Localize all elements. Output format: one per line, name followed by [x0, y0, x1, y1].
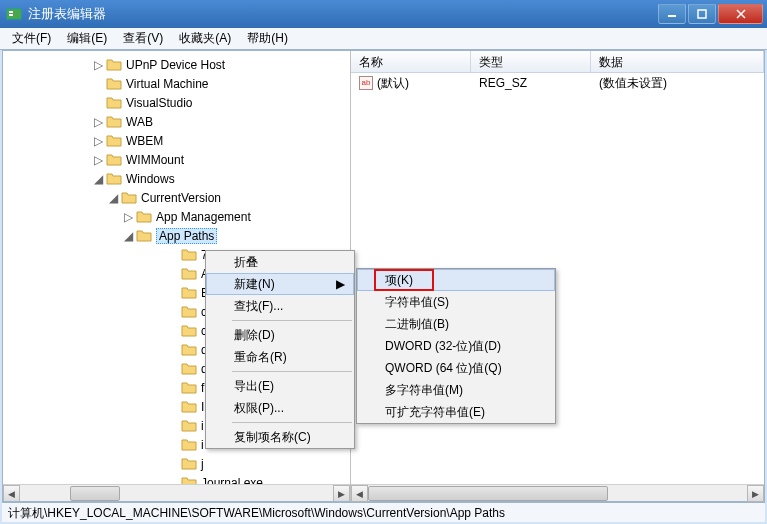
folder-icon	[181, 305, 197, 319]
tree-label: i	[201, 419, 204, 433]
folder-icon	[181, 400, 197, 414]
tree-node[interactable]: ◢Windows	[3, 169, 350, 188]
status-bar: 计算机\HKEY_LOCAL_MACHINE\SOFTWARE\Microsof…	[2, 502, 765, 522]
folder-icon	[106, 58, 122, 72]
ctx-rename[interactable]: 重命名(R)	[206, 346, 354, 368]
folder-icon	[181, 343, 197, 357]
menu-view[interactable]: 查看(V)	[115, 28, 171, 49]
list-header: 名称 类型 数据	[351, 51, 764, 73]
tree-node[interactable]: ▷App Management	[3, 207, 350, 226]
sub-key[interactable]: 项(K)	[357, 269, 555, 291]
sub-string[interactable]: 字符串值(S)	[357, 291, 555, 313]
ctx-copykey[interactable]: 复制项名称(C)	[206, 426, 354, 448]
tree-label: CurrentVersion	[141, 191, 221, 205]
ctx-delete[interactable]: 删除(D)	[206, 324, 354, 346]
toggle-icon[interactable]: ◢	[91, 172, 106, 186]
sub-dword[interactable]: DWORD (32-位)值(D)	[357, 335, 555, 357]
tree-label: f	[201, 381, 204, 395]
ctx-perm[interactable]: 权限(P)...	[206, 397, 354, 419]
folder-icon	[106, 115, 122, 129]
svg-rect-1	[9, 11, 13, 13]
folder-icon	[181, 267, 197, 281]
folder-icon	[136, 210, 152, 224]
tree-label: App Paths	[156, 228, 217, 244]
list-row[interactable]: ab (默认) REG_SZ (数值未设置)	[351, 73, 764, 93]
sub-qword[interactable]: QWORD (64 位)值(Q)	[357, 357, 555, 379]
menu-edit[interactable]: 编辑(E)	[59, 28, 115, 49]
menu-file[interactable]: 文件(F)	[4, 28, 59, 49]
minimize-button[interactable]	[658, 4, 686, 24]
folder-icon	[106, 134, 122, 148]
tree-hscroll[interactable]: ◀ ▶	[3, 484, 350, 501]
menu-favorites[interactable]: 收藏夹(A)	[171, 28, 239, 49]
scroll-left-button[interactable]: ◀	[3, 485, 20, 501]
folder-icon	[106, 153, 122, 167]
separator	[232, 371, 352, 372]
tree-label: VisualStudio	[126, 96, 193, 110]
scroll-right-button[interactable]: ▶	[747, 485, 764, 502]
tree-label: i	[201, 438, 204, 452]
separator	[232, 320, 352, 321]
separator	[232, 422, 352, 423]
folder-icon	[181, 286, 197, 300]
list-hscroll[interactable]: ◀ ▶	[351, 484, 764, 501]
folder-icon	[181, 419, 197, 433]
folder-icon	[181, 248, 197, 262]
tree-label: App Management	[156, 210, 251, 224]
title-bar: 注册表编辑器	[0, 0, 767, 28]
toggle-icon[interactable]: ◢	[106, 191, 121, 205]
row-name: (默认)	[377, 75, 409, 92]
svg-rect-2	[9, 14, 13, 16]
tree-node[interactable]: ▷WBEM	[3, 131, 350, 150]
toggle-icon[interactable]: ▷	[91, 134, 106, 148]
sub-expandstring[interactable]: 可扩充字符串值(E)	[357, 401, 555, 423]
tree-node[interactable]: ▷UPnP Device Host	[3, 55, 350, 74]
folder-icon	[106, 96, 122, 110]
app-icon	[6, 6, 22, 22]
toggle-icon[interactable]: ▷	[91, 58, 106, 72]
tree-node[interactable]: ▷WAB	[3, 112, 350, 131]
row-type: REG_SZ	[479, 76, 527, 90]
toggle-icon[interactable]: ▷	[91, 115, 106, 129]
scroll-right-button[interactable]: ▶	[333, 485, 350, 501]
toggle-icon[interactable]: ◢	[121, 229, 136, 243]
status-path: 计算机\HKEY_LOCAL_MACHINE\SOFTWARE\Microsof…	[8, 506, 505, 520]
ctx-export[interactable]: 导出(E)	[206, 375, 354, 397]
tree-label: j	[201, 457, 204, 471]
window-title: 注册表编辑器	[28, 5, 656, 23]
sub-binary[interactable]: 二进制值(B)	[357, 313, 555, 335]
folder-icon	[106, 172, 122, 186]
tree-node[interactable]: Virtual Machine	[3, 74, 350, 93]
tree-node[interactable]: ◢CurrentVersion	[3, 188, 350, 207]
ctx-collapse[interactable]: 折叠	[206, 251, 354, 273]
tree-label: UPnP Device Host	[126, 58, 225, 72]
menu-help[interactable]: 帮助(H)	[239, 28, 296, 49]
tree-node[interactable]: VisualStudio	[3, 93, 350, 112]
sub-multistring[interactable]: 多字符串值(M)	[357, 379, 555, 401]
folder-icon	[121, 191, 137, 205]
folder-icon	[181, 324, 197, 338]
submenu-arrow-icon: ▶	[336, 277, 345, 291]
new-submenu: 项(K) 字符串值(S) 二进制值(B) DWORD (32-位)值(D) QW…	[356, 268, 556, 424]
col-type[interactable]: 类型	[471, 51, 591, 72]
tree-node[interactable]: ▷WIMMount	[3, 150, 350, 169]
tree-label: Virtual Machine	[126, 77, 209, 91]
folder-icon	[181, 438, 197, 452]
scroll-thumb[interactable]	[70, 486, 120, 501]
scroll-thumb[interactable]	[368, 486, 608, 501]
col-data[interactable]: 数据	[591, 51, 764, 72]
maximize-button[interactable]	[688, 4, 716, 24]
tree-node[interactable]: j	[3, 454, 350, 473]
toggle-icon[interactable]: ▷	[121, 210, 136, 224]
toggle-icon[interactable]: ▷	[91, 153, 106, 167]
string-value-icon: ab	[359, 76, 373, 90]
close-button[interactable]	[718, 4, 763, 24]
ctx-find[interactable]: 查找(F)...	[206, 295, 354, 317]
ctx-new[interactable]: 新建(N)▶	[206, 273, 354, 295]
col-name[interactable]: 名称	[351, 51, 471, 72]
scroll-left-button[interactable]: ◀	[351, 485, 368, 502]
svg-rect-4	[698, 10, 706, 18]
folder-icon	[136, 229, 152, 243]
tree-label: Windows	[126, 172, 175, 186]
tree-node[interactable]: ◢App Paths	[3, 226, 350, 245]
